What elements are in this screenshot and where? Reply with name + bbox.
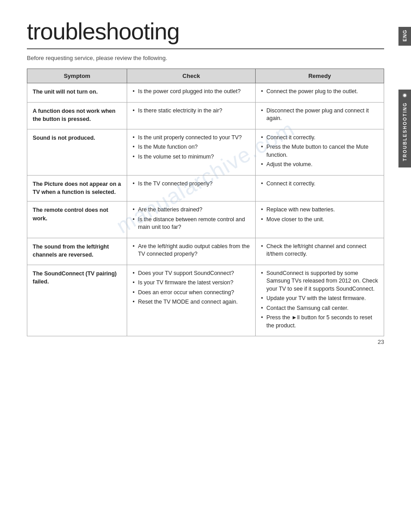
check-item: Is the Mute function on? (133, 143, 250, 151)
check-item: Are the batteries drained? (133, 206, 250, 214)
page-subtitle: Before requesting service, please review… (27, 55, 384, 61)
remedy-item: Press the ►ll button for 5 seconds to re… (261, 314, 378, 330)
remedy-item: Connect the power plug to the outlet. (261, 88, 378, 96)
check-item: Does an error occur when connecting? (133, 289, 250, 297)
remedy-item: Contact the Samsung call center. (261, 305, 378, 313)
remedy-item: Press the Mute button to cancel the Mute… (261, 143, 378, 159)
remedy-cell: Replace with new batteries.Move closer t… (256, 202, 384, 238)
remedy-cell: Connect it correctly. (256, 175, 384, 202)
side-tab-label: TROUBLESHOOTING (402, 99, 407, 164)
page-container: manualarchive.com ENG TROUBLESHOOTING tr… (0, 0, 411, 354)
eng-tab: ENG (398, 27, 411, 46)
symptom-cell: The Picture does not appear on a TV when… (27, 175, 127, 202)
col-header-check: Check (127, 69, 256, 83)
side-tab-dot (402, 93, 407, 98)
check-item: Is the power cord plugged into the outle… (133, 88, 250, 96)
page-number: 23 (378, 339, 384, 345)
remedy-cell: Check the left/right channel and connect… (256, 238, 384, 265)
symptom-cell: The SoundConnect (TV pairing) failed. (27, 265, 127, 336)
remedy-item: Check the left/right channel and connect… (261, 243, 378, 258)
table-header-row: Symptom Check Remedy (27, 69, 384, 83)
table-row: A function does not work when the button… (27, 102, 384, 129)
remedy-item: Adjust the volume. (261, 161, 378, 169)
remedy-cell: Connect it correctly.Press the Mute butt… (256, 129, 384, 175)
table-row: The SoundConnect (TV pairing) failed.Doe… (27, 265, 384, 336)
remedy-cell: SoundConnect is supported by some Samsun… (256, 265, 384, 336)
remedy-item: SoundConnect is supported by some Samsun… (261, 270, 378, 293)
remedy-item: Replace with new batteries. (261, 206, 378, 214)
remedy-item: Update your TV with the latest firmware. (261, 295, 378, 303)
check-item: Reset the TV MODE and connect again. (133, 298, 250, 306)
check-cell: Is the power cord plugged into the outle… (127, 83, 256, 103)
symptom-cell: The unit will not turn on. (27, 83, 127, 103)
remedy-cell: Connect the power plug to the outlet. (256, 83, 384, 103)
troubleshooting-table: Symptom Check Remedy The unit will not t… (27, 69, 384, 336)
col-header-symptom: Symptom (27, 69, 127, 83)
check-item: Are the left/right audio output cables f… (133, 243, 250, 258)
check-cell: Does your TV support SoundConnect?Is you… (127, 265, 256, 336)
remedy-item: Disconnect the power plug and connect it… (261, 107, 378, 123)
remedy-item: Connect it correctly. (261, 134, 378, 142)
eng-tab-label: ENG (402, 30, 407, 42)
check-item: Is there static electricity in the air? (133, 107, 250, 115)
side-tab: TROUBLESHOOTING (398, 90, 411, 167)
check-item: Is your TV firmware the latest version? (133, 279, 250, 287)
check-item: Is the unit properly connected to your T… (133, 134, 250, 142)
check-item: Does your TV support SoundConnect? (133, 270, 250, 278)
table-row: The remote control does not work.Are the… (27, 202, 384, 238)
remedy-item: Connect it correctly. (261, 180, 378, 188)
symptom-cell: Sound is not produced. (27, 129, 127, 175)
check-cell: Is the TV connected properly? (127, 175, 256, 202)
symptom-cell: The sound from the left/right channels a… (27, 238, 127, 265)
remedy-item: Move closer to the unit. (261, 216, 378, 224)
check-item: Is the volume set to minimum? (133, 153, 250, 161)
check-item: Is the TV connected properly? (133, 180, 250, 188)
check-cell: Is there static electricity in the air? (127, 102, 256, 129)
symptom-cell: A function does not work when the button… (27, 102, 127, 129)
table-row: Sound is not produced.Is the unit proper… (27, 129, 384, 175)
check-cell: Is the unit properly connected to your T… (127, 129, 256, 175)
remedy-cell: Disconnect the power plug and connect it… (256, 102, 384, 129)
check-item: Is the distance between remote control a… (133, 216, 250, 232)
check-cell: Are the batteries drained?Is the distanc… (127, 202, 256, 238)
symptom-cell: The remote control does not work. (27, 202, 127, 238)
table-row: The Picture does not appear on a TV when… (27, 175, 384, 202)
col-header-remedy: Remedy (256, 69, 384, 83)
table-row: The sound from the left/right channels a… (27, 238, 384, 265)
page-title: troubleshooting (27, 18, 384, 49)
check-cell: Are the left/right audio output cables f… (127, 238, 256, 265)
table-row: The unit will not turn on.Is the power c… (27, 83, 384, 103)
